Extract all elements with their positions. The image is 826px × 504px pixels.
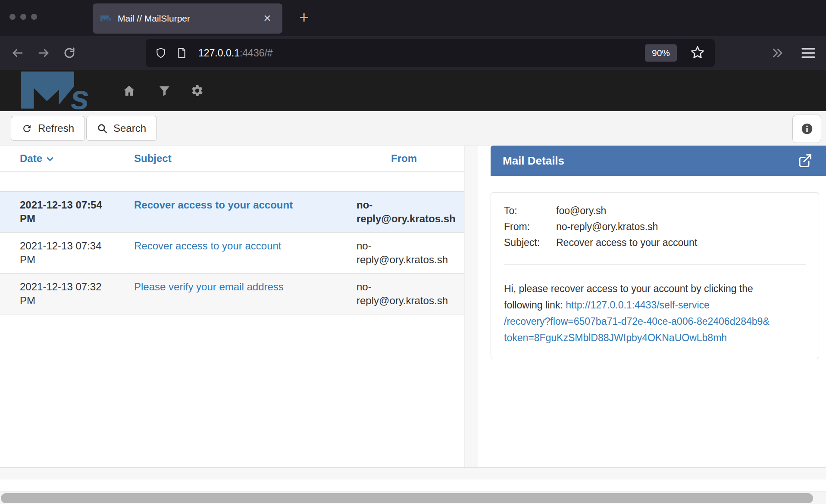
info-icon [801,123,813,135]
column-header-from[interactable]: From [357,152,417,165]
window-dot[interactable] [9,14,16,20]
browser-toolbar: 127.0.0.1:4436/# 90% [0,36,826,70]
mail-row[interactable]: 2021-12-13 07:32 PM Please verify your e… [0,273,464,314]
zoom-level-badge[interactable]: 90% [645,44,677,62]
svg-text:s: s [108,16,111,22]
window-dot[interactable] [20,14,26,20]
home-icon[interactable] [122,84,136,97]
mail-row-date: 2021-12-13 07:34 PM [20,239,110,267]
mailslurper-favicon: s [100,14,112,23]
mail-details-panel: Mail Details To: foo@ory.sh From: no-rep… [478,146,826,467]
mail-details-title: Mail Details [503,154,564,168]
mail-details-header: Mail Details [491,146,826,176]
new-tab-button[interactable]: + [292,6,316,29]
back-icon[interactable] [11,47,24,59]
page-info-icon[interactable] [176,47,187,59]
mail-row-subject[interactable]: Recover access to your account [134,239,328,267]
tab-strip: s Mail // MailSlurper × + [0,0,826,36]
mail-details-card: To: foo@ory.sh From: no-reply@ory.kratos… [491,192,819,359]
url-host: 127.0.0.1 [198,47,240,59]
bookmark-star-icon[interactable] [690,45,705,60]
shield-icon[interactable] [155,47,166,59]
tab-title: Mail // MailSlurper [118,13,190,24]
footer-strip [0,467,826,479]
recovery-link[interactable]: http://127.0.0.1:4433/self-service [566,299,710,311]
panel-gutter [465,146,478,467]
subject-value: Recover access to your account [556,235,697,251]
main-content: Date Subject From 2021-12-13 07:54 PM Re… [0,146,826,467]
filter-funnel-icon[interactable] [158,84,171,97]
svg-text:s: s [71,78,90,110]
search-button-label: Search [113,122,146,134]
open-external-icon[interactable] [797,153,813,168]
mail-row-from: no-reply@ory.kratos.sh [357,198,456,226]
overflow-chevrons-icon[interactable] [771,47,784,59]
mail-row-date: 2021-12-13 07:54 PM [20,198,110,226]
tab-close-icon[interactable]: × [259,10,275,26]
search-button[interactable]: Search [86,116,157,141]
mail-list-body: 2021-12-13 07:54 PM Recover access to yo… [0,172,464,314]
to-value: foo@ory.sh [556,203,606,219]
mail-row-subject[interactable]: Please verify your email address [134,280,328,308]
window-dot[interactable] [31,14,37,20]
mail-list-header-row: Date Subject From [0,146,464,172]
from-value: no-reply@ory.kratos.sh [556,219,658,235]
refresh-button-label: Refresh [38,122,74,134]
column-header-date[interactable]: Date [20,152,110,165]
browser-tab[interactable]: s Mail // MailSlurper × [93,3,282,34]
search-icon [97,123,108,134]
mail-list-panel: Date Subject From 2021-12-13 07:54 PM Re… [0,146,465,467]
app-toolbar: Refresh Search [0,111,826,146]
field-subject: Subject: Recover access to your account [504,235,806,251]
details-divider [504,264,806,265]
to-label: To: [504,203,556,219]
mail-row[interactable]: 2021-12-13 07:54 PM Recover access to yo… [0,191,464,232]
refresh-button[interactable]: Refresh [11,116,85,141]
horizontal-scrollbar-thumb[interactable] [1,493,813,503]
recovery-link[interactable]: /recovery?flow=6507ba71-d72e-40ce-a006-8… [504,316,770,327]
url-text[interactable]: 127.0.0.1:4436/# [198,47,273,59]
url-path: :4436/# [240,47,273,59]
mail-row-subject[interactable]: Recover access to your account [134,198,328,226]
mailslurper-logo: s [13,72,103,110]
browser-chrome: s Mail // MailSlurper × + 127.0.0.1:4436… [0,0,826,70]
recovery-link[interactable]: token=8FguKzSMblD88JWIpby4OKNaUOwLb8mh [504,332,727,343]
reload-icon[interactable] [63,47,76,59]
refresh-icon [22,123,32,134]
from-label: From: [504,219,556,235]
mail-row-date: 2021-12-13 07:32 PM [20,280,110,308]
mail-body: Hi, please recover access to your accoun… [504,280,806,346]
body-text: Hi, please recover access to your accoun… [504,283,753,294]
mail-row[interactable]: 2021-12-13 07:34 PM Recover access to yo… [0,232,464,273]
column-header-subject[interactable]: Subject [134,152,328,165]
body-text: following link: [504,299,563,311]
hamburger-menu-icon[interactable] [801,47,816,59]
field-from: From: no-reply@ory.kratos.sh [504,219,806,235]
url-bar[interactable]: 127.0.0.1:4436/# 90% [146,39,715,67]
gear-icon[interactable] [191,84,204,97]
window-controls[interactable] [9,14,37,20]
mail-row-from: no-reply@ory.kratos.sh [357,280,456,308]
mailslurper-navbar: s [0,70,826,111]
forward-icon[interactable] [37,47,50,59]
info-button[interactable] [792,115,821,143]
subject-label: Subject: [504,235,556,251]
field-to: To: foo@ory.sh [504,203,806,219]
horizontal-scrollbar[interactable] [0,492,826,504]
mail-row-from: no-reply@ory.kratos.sh [357,239,456,267]
sort-chevron-down-icon [46,155,54,163]
